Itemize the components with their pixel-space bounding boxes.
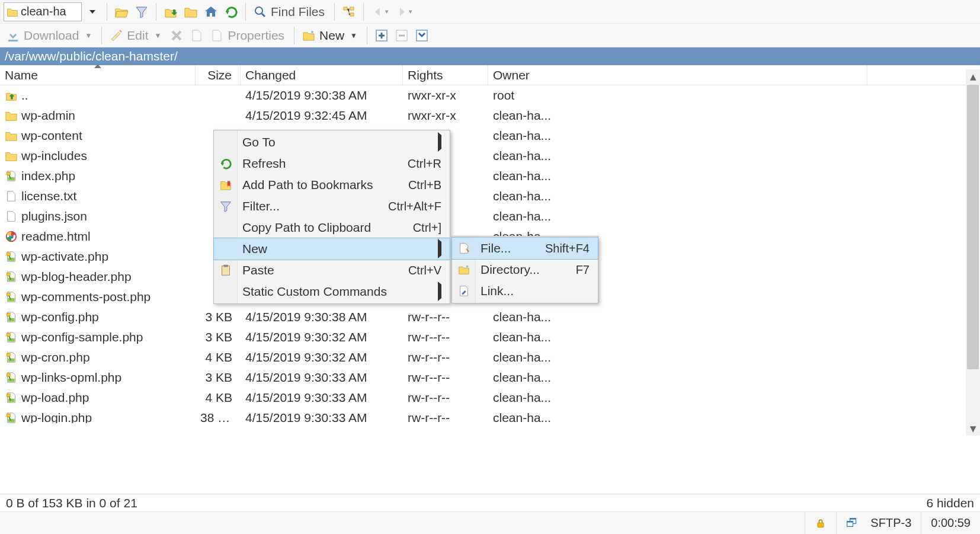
parent-dir-button[interactable] [161, 2, 180, 21]
doc-icon [190, 28, 204, 43]
file-changed: 4/15/2019 9:30:32 AM [241, 330, 403, 344]
table-row[interactable]: wp-config.php3 KB4/15/2019 9:30:38 AMrw-… [0, 307, 980, 327]
file-changed: 4/15/2019 9:32:45 AM [241, 108, 403, 123]
file-owner: clean-ha... [488, 391, 867, 405]
refresh-icon [224, 5, 238, 19]
col-changed[interactable]: Changed [241, 65, 403, 85]
col-owner[interactable]: Owner [488, 65, 867, 85]
file-type-icon [5, 230, 18, 243]
menu-item-copy-path-to-clipboard[interactable]: Copy Path to ClipboardCtrl+] [214, 217, 450, 238]
nav-back-button[interactable]: ▾ [369, 2, 391, 21]
scroll-down-icon[interactable]: ▾ [966, 421, 980, 436]
scroll-up-icon[interactable]: ▴ [966, 69, 980, 84]
table-row[interactable]: wp-config-sample.php3 KB4/15/2019 9:30:3… [0, 327, 980, 347]
folder-combo-dropdown[interactable] [83, 2, 102, 21]
menu-item-add-path-to-bookmarks[interactable]: Add Path to BookmarksCtrl+B [214, 174, 450, 196]
parent-dir-icon [164, 5, 178, 19]
menu-label: Add Path to Bookmarks [242, 178, 373, 192]
sync-browse-button[interactable] [340, 2, 358, 21]
file-owner: clean-ha... [488, 411, 867, 423]
menu-item-paste[interactable]: PasteCtrl+V [214, 260, 450, 281]
chevron-right-icon [438, 239, 441, 258]
table-row[interactable]: ..4/15/2019 9:30:38 AMrwxr-xr-xroot [0, 85, 980, 105]
menu-item-go-to[interactable]: Go To [214, 132, 450, 153]
find-files-button[interactable]: Find Files [251, 2, 329, 21]
menu-item-static-custom-commands[interactable]: Static Custom Commands [214, 281, 450, 302]
file-owner: clean-ha... [488, 108, 867, 123]
rename-button[interactable] [187, 26, 206, 45]
download-icon [6, 28, 20, 43]
file-owner: clean-ha... [488, 129, 867, 143]
table-row[interactable]: wp-includesclean-ha... [0, 146, 980, 166]
menu-item-directory[interactable]: Directory...F7 [452, 259, 598, 280]
table-row[interactable]: license.txt20clean-ha... [0, 186, 980, 206]
file-name: wp-load.php [21, 391, 89, 405]
table-row[interactable]: wp-contentclean-ha... [0, 126, 980, 146]
file-name: wp-activate.php [21, 250, 108, 264]
toolbar-secondary: Download ▼ Edit ▼ Properties New▼ [0, 24, 980, 47]
menu-item-new[interactable]: New [214, 238, 450, 260]
refresh-icon [219, 157, 232, 170]
nav-forward-button[interactable]: ▾ [392, 2, 415, 21]
file-changed: 4/15/2019 9:30:33 AM [241, 411, 403, 423]
table-row[interactable]: wp-links-opml.php3 KB4/15/2019 9:30:33 A… [0, 367, 980, 388]
file-name: license.txt [21, 189, 76, 203]
path-bar[interactable]: /var/www/public/clean-hamster/ [0, 47, 980, 65]
menu-item-refresh[interactable]: RefreshCtrl+R [214, 153, 450, 174]
invert-select-button[interactable] [412, 26, 431, 45]
file-size: 4 KB [196, 391, 241, 405]
table-row[interactable]: wp-load.php4 KB4/15/2019 9:30:33 AMrw-r-… [0, 388, 980, 408]
filter-button[interactable] [132, 2, 151, 21]
file-rights: rw-r--r-- [403, 391, 488, 405]
menu-item-filter[interactable]: Filter...Ctrl+Alt+F [214, 196, 450, 217]
table-row[interactable]: wp-admin4/15/2019 9:32:45 AMrwxr-xr-xcle… [0, 105, 980, 126]
root-dir-button[interactable] [181, 2, 200, 21]
new-button[interactable]: New▼ [299, 26, 362, 45]
hidden-status: 6 hidden [926, 496, 974, 510]
plus-icon [374, 28, 389, 43]
file-type-icon [5, 149, 18, 162]
file-type-icon [5, 311, 18, 324]
file-name: wp-blog-header.php [21, 270, 132, 284]
tree-icon [342, 5, 356, 19]
elapsed-time: 0:00:59 [921, 512, 980, 534]
file-changed: 4/15/2019 9:30:38 AM [241, 88, 403, 103]
unselect-all-button[interactable] [392, 26, 411, 45]
file-name: plugins.json [21, 209, 87, 223]
file-size: 3 KB [196, 310, 241, 324]
menu-item-file[interactable]: File...Shift+F4 [452, 238, 598, 259]
table-row[interactable]: wp-login.php38 KB4/15/2019 9:30:33 AMrw-… [0, 408, 980, 423]
refresh-button[interactable] [222, 2, 241, 21]
connection-status-bar: 🗗 SFTP-3 0:00:59 [0, 511, 980, 534]
table-row[interactable]: index.phpclean-ha... [0, 166, 980, 186]
properties-button[interactable]: Properties [207, 26, 289, 45]
edit-button[interactable]: Edit ▼ [107, 26, 166, 45]
lock-icon [815, 517, 827, 529]
select-all-button[interactable] [372, 26, 391, 45]
context-menu: Go ToRefreshCtrl+RAdd Path to BookmarksC… [213, 130, 450, 304]
x-icon [169, 28, 184, 43]
col-size[interactable]: Size [196, 65, 241, 85]
file-name: wp-login.php [21, 411, 92, 423]
file-owner: clean-ha... [488, 370, 867, 385]
table-row[interactable]: plugins.jsonclean-ha... [0, 206, 980, 226]
menu-shortcut: Ctrl+B [385, 178, 441, 192]
delete-button[interactable] [167, 26, 186, 45]
menu-shortcut: Ctrl+R [384, 157, 441, 171]
file-size: 38 KB [196, 411, 241, 423]
folder-icon [7, 6, 18, 18]
encryption-indicator[interactable] [805, 512, 836, 534]
col-name[interactable]: Name [0, 65, 196, 85]
newdir-icon [457, 263, 470, 276]
col-rights[interactable]: Rights [403, 65, 488, 85]
download-button[interactable]: Download ▼ [4, 26, 97, 45]
open-folder-button[interactable] [112, 2, 131, 21]
folder-combo[interactable]: clean-ha [4, 2, 82, 21]
table-row[interactable]: wp-cron.php4 KB4/15/2019 9:30:32 AMrw-r-… [0, 347, 980, 367]
home-button[interactable] [201, 2, 220, 21]
menu-item-link[interactable]: Link... [452, 280, 598, 302]
minus-icon [395, 28, 409, 43]
scroll-thumb[interactable] [967, 85, 979, 369]
file-size: 3 KB [196, 370, 241, 385]
vertical-scrollbar[interactable]: ▴ ▾ [966, 69, 980, 436]
